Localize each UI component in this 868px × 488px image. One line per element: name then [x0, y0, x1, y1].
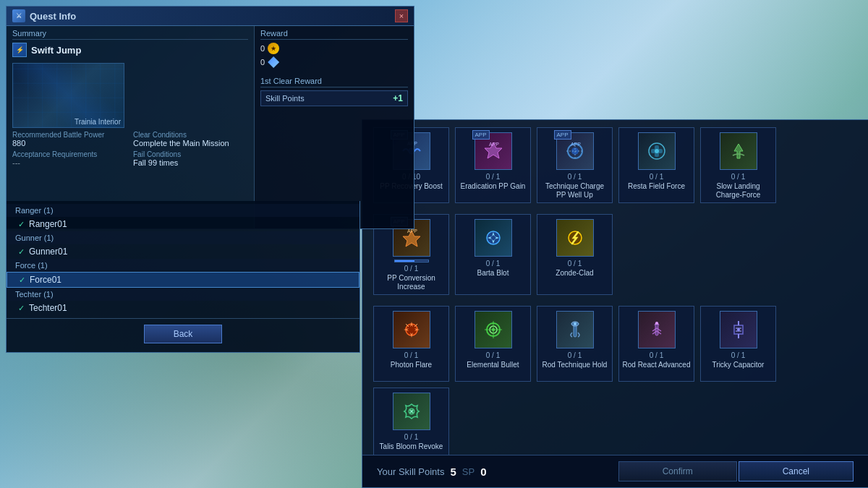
pp-conversion-progress-fill — [395, 260, 415, 262]
char-item-ranger01[interactable]: ✓ Ranger01 — [7, 217, 359, 231]
svg-point-34 — [737, 328, 740, 331]
skill-progress-rod-technique: 0 / 1 — [568, 351, 582, 359]
skill-icon-talis — [393, 393, 430, 430]
skill-card-eradication[interactable]: APP APP 0 / 1 Eradication PP Gain — [455, 127, 531, 203]
quest-right-panel: Reward 0 ★ 0 1st Clear Reward Skill Poin… — [255, 26, 414, 228]
skill-name-tricky: Tricky Capacitor — [712, 361, 765, 378]
skill-progress-technique: 0 / 1 — [568, 173, 582, 181]
skill-icon-rod-react — [638, 311, 676, 348]
skill-icon-elemental — [475, 311, 512, 348]
battle-power-value: 880 — [12, 139, 127, 147]
char-name-techter01: Techter01 — [29, 303, 67, 313]
barta-svg — [482, 226, 505, 249]
back-button[interactable]: Back — [144, 325, 223, 343]
clear-conditions-value: Complete the Main Mission — [133, 139, 248, 147]
skill-icon-resta — [638, 132, 676, 170]
skill-icon-zonde — [556, 219, 594, 257]
skill-card-slow-landing[interactable]: 0 / 1 Slow Landing Charge-Force — [700, 127, 776, 203]
skill-name-rod-react: Rod React Advanced — [623, 361, 691, 378]
quest-titlebar: ⚔ Quest Info × — [7, 7, 414, 26]
skill-progress-talis: 0 / 1 — [404, 433, 418, 441]
quest-info-grid: Recommended Battle Power 880 Clear Condi… — [12, 131, 248, 167]
char-item-force01[interactable]: ✓ Force01 — [7, 272, 359, 288]
group-header-techter: Techter (1) — [7, 288, 359, 301]
char-name-ranger01: Ranger01 — [29, 219, 67, 229]
skill-card-rod-react[interactable]: 0 / 1 Rod React Advanced — [618, 306, 694, 382]
quest-panel-title: ⚔ Quest Info — [12, 9, 76, 22]
skill-icon-rod-technique — [556, 311, 594, 348]
skill-progress-elemental: 0 / 1 — [486, 351, 500, 359]
skill-badge-technique: APP — [554, 130, 571, 140]
skill-reward-row: Skill Points +1 — [260, 90, 408, 106]
char-check-techter01: ✓ — [18, 304, 25, 313]
quest-body: Summary ⚡ Swift Jump Trainia Interior Re… — [7, 26, 414, 228]
quest-name-row: ⚡ Swift Jump — [12, 43, 248, 57]
char-check-force01: ✓ — [19, 275, 25, 285]
resta-svg — [645, 140, 668, 163]
sp-value: 5 — [450, 466, 456, 478]
skill-progress-photon-flare: 0 / 1 — [404, 351, 418, 359]
skills-row-3: 0 / 1 Photon Flare 0 — [373, 306, 857, 455]
skill-card-resta[interactable]: 0 / 1 Resta Field Force — [618, 127, 694, 203]
skills-panel: APP APP 0 / 10 PP Recovery Boost APP — [362, 119, 868, 488]
skill-points-label: Skill Points — [265, 94, 305, 103]
reward-label: Reward — [260, 29, 408, 40]
sp-remaining: 0 — [480, 466, 486, 478]
skill-card-rod-technique[interactable]: 0 / 1 Rod Technique Hold — [537, 306, 613, 382]
skills-bottom-bar: Your Skill Points 5 SP 0 Confirm Cancel — [362, 455, 868, 487]
first-clear-label: 1st Clear Reward — [260, 77, 408, 87]
char-item-gunner01[interactable]: ✓ Gunner01 — [7, 244, 359, 259]
sp-divider: SP — [462, 466, 475, 477]
pp-conversion-svg: APP — [400, 226, 423, 249]
skill-card-tricky[interactable]: 0 / 1 Tricky Capacitor — [700, 306, 776, 382]
skill-progress-eradication: 0 / 1 — [486, 173, 500, 181]
skill-progress-resta: 0 / 1 — [650, 173, 663, 181]
skill-card-technique-charge[interactable]: APP APP 0 / 1 Technique Charge PP Well U… — [537, 127, 613, 203]
skill-progress-slow-landing: 0 / 1 — [731, 173, 745, 181]
fail-conditions-label: Fail Conditions — [133, 150, 248, 158]
reward-count-1: 0 — [260, 44, 265, 53]
confirm-button[interactable]: Confirm — [618, 461, 737, 481]
slow-landing-svg — [727, 140, 750, 163]
skill-icon-eradication: APP APP — [475, 132, 512, 170]
bottom-buttons: Confirm Cancel — [618, 461, 854, 481]
reward-row-2: 0 — [260, 56, 408, 68]
svg-text:APP: APP — [571, 142, 581, 147]
quest-name-icon: ⚡ — [12, 43, 27, 57]
reward-currency-1: 0 ★ — [260, 43, 279, 54]
skill-card-talis[interactable]: 0 / 1 Talis Bloom Revoke — [373, 388, 449, 455]
skill-badge-eradication: APP — [472, 130, 490, 140]
skill-icon-photon-flare — [393, 311, 430, 348]
eradication-svg: APP — [482, 140, 505, 163]
skill-points-value: +1 — [393, 93, 403, 103]
svg-text:APP: APP — [489, 142, 499, 147]
skill-progress-tricky: 0 / 1 — [731, 351, 745, 359]
fail-conditions-value: Fall 99 times — [133, 158, 248, 167]
summary-label: Summary — [12, 29, 248, 40]
skill-card-barta[interactable]: 0 / 1 Barta Blot — [455, 214, 531, 295]
skill-icon-tricky — [720, 311, 757, 348]
skill-icon-slow-landing — [720, 132, 757, 170]
skill-name-pp-conversion: PP Conversion Increase — [377, 274, 446, 291]
skill-card-elemental[interactable]: 0 / 1 Elemental Bullet — [455, 306, 531, 382]
quest-image-label: Trainia Interior — [75, 118, 121, 126]
group-header-gunner: Gunner (1) — [7, 231, 359, 244]
skill-name-rod-technique: Rod Technique Hold — [542, 361, 608, 378]
skill-name-resta: Resta Field Force — [628, 182, 685, 200]
zonde-svg — [563, 226, 587, 249]
characters-scroll: Ranger (1) ✓ Ranger01 Gunner (1) ✓ Gunne… — [7, 204, 359, 315]
skills-grid: APP APP 0 / 10 PP Recovery Boost APP — [362, 120, 868, 455]
svg-point-26 — [574, 322, 576, 325]
quest-info-panel: ⚔ Quest Info × Summary ⚡ Swift Jump Trai… — [6, 6, 414, 229]
skill-card-photon-flare[interactable]: 0 / 1 Photon Flare — [373, 306, 449, 382]
sp-label: Your Skill Points — [377, 466, 444, 477]
rod-technique-svg — [563, 318, 587, 341]
skill-progress-barta: 0 / 1 — [486, 260, 500, 267]
char-item-techter01[interactable]: ✓ Techter01 — [7, 301, 359, 315]
technique-svg: APP — [563, 140, 587, 163]
skill-card-zonde[interactable]: 0 / 1 Zonde-Clad — [537, 214, 613, 295]
close-button[interactable]: × — [395, 9, 408, 22]
skill-progress-zonde: 0 / 1 — [568, 260, 582, 267]
cancel-button[interactable]: Cancel — [739, 461, 854, 481]
skill-name-eradication: Eradication PP Gain — [461, 182, 526, 200]
